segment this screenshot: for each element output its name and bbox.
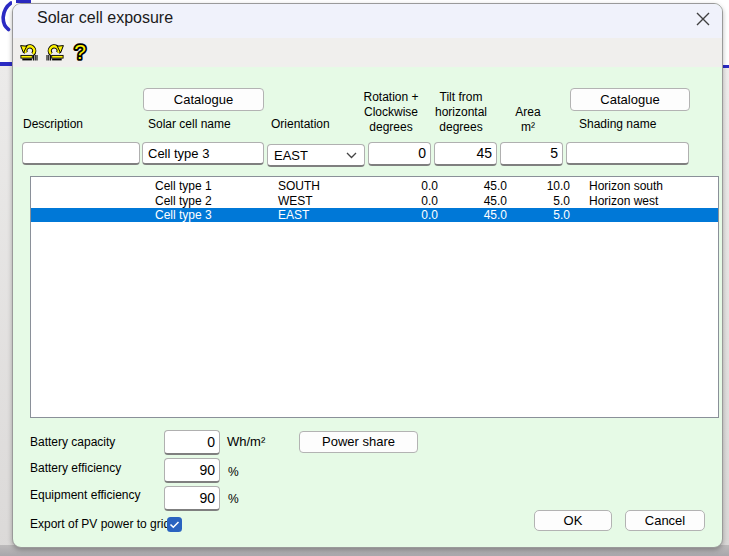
svg-text:?: ? [74, 41, 86, 63]
